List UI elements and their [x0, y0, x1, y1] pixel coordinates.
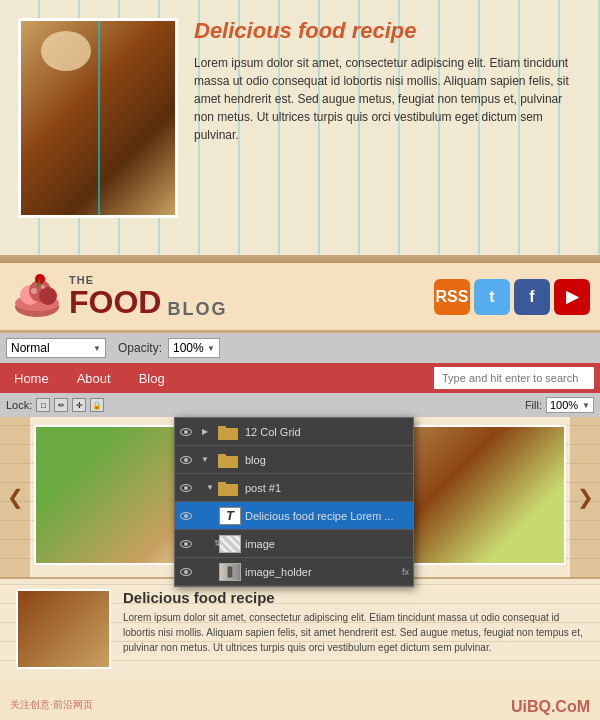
layer-name-image: image: [243, 538, 409, 550]
search-input[interactable]: [434, 367, 594, 389]
ps-blend-bar: Normal ▼ Opacity: 100% ▼: [0, 333, 600, 363]
layer-eye-post1[interactable]: [175, 484, 197, 492]
nav-home[interactable]: Home: [0, 363, 63, 393]
bottom-article-text: Delicious food recipe Lorem ipsum dolor …: [123, 589, 584, 669]
layer-post1[interactable]: ▼ post #1: [175, 474, 413, 502]
opacity-arrow-icon: ▼: [207, 344, 215, 353]
visibility-icon: [180, 512, 192, 520]
blend-mode-value: Normal: [11, 341, 50, 355]
fx-badge: fx: [402, 567, 409, 577]
recipe-section: Delicious food recipe Lorem ipsum dolor …: [0, 0, 600, 255]
nav-blog[interactable]: Blog: [125, 363, 179, 393]
layer-eye-text[interactable]: [175, 512, 197, 520]
recipe-body: Lorem ipsum dolor sit amet, consectetur …: [194, 54, 582, 144]
section-divider: [0, 255, 600, 263]
layer-eye-grid[interactable]: [175, 428, 197, 436]
layer-thumb-holder: [219, 563, 241, 581]
layer-thumb-blog: [215, 450, 241, 470]
layer-blog[interactable]: ▼ blog: [175, 446, 413, 474]
expand-icon[interactable]: ▶: [197, 427, 213, 436]
visibility-icon: [180, 428, 192, 436]
recipe-image: [18, 18, 178, 218]
layer-eye-image[interactable]: [175, 540, 197, 548]
svg-point-7: [31, 288, 37, 294]
twitter-icon[interactable]: t: [474, 279, 510, 315]
layer-name-holder: image_holder: [243, 566, 400, 578]
bottom-article-image: [16, 589, 111, 669]
bottom-article-title: Delicious food recipe: [123, 589, 584, 606]
recipe-text-area: Delicious food recipe Lorem ipsum dolor …: [194, 18, 582, 237]
layer-text[interactable]: T Delicious food recipe Lorem ...: [175, 502, 413, 530]
layer-thumb-image: [219, 535, 241, 553]
svg-point-4: [39, 287, 57, 305]
logo-bowl-icon: [10, 269, 65, 324]
svg-rect-10: [218, 426, 226, 430]
lock-label: Lock:: [6, 399, 32, 411]
visibility-icon: [180, 456, 192, 464]
bottom-article-body: Lorem ipsum dolor sit amet, consectetur …: [123, 610, 584, 655]
no-expand: ⇅: [197, 539, 217, 548]
watermark-right-text: UiBQ.CoM: [511, 698, 590, 716]
watermark: 关注创意·前沿网页 UiBQ.CoM: [0, 698, 600, 716]
layers-panel: ▶ 12 Col Grid ▼ blog: [174, 417, 414, 587]
layer-thumb-post1: [215, 478, 241, 498]
svg-point-8: [41, 285, 45, 289]
layer-name-text: Delicious food recipe Lorem ...: [243, 510, 409, 522]
logo-blog-label: BLOG: [167, 299, 227, 320]
recipe-title: Delicious food recipe: [194, 18, 582, 44]
facebook-icon[interactable]: f: [514, 279, 550, 315]
expand-icon[interactable]: ▼: [197, 483, 213, 492]
visibility-icon: [180, 484, 192, 492]
opacity-label: Opacity:: [118, 341, 162, 355]
nav-bar: Home About Blog: [0, 363, 600, 393]
layer-name-post1: post #1: [243, 482, 409, 494]
layer-name-grid: 12 Col Grid: [243, 426, 409, 438]
fill-label: Fill:: [525, 399, 542, 411]
fill-value: 100%: [550, 399, 578, 411]
layer-image[interactable]: ⇅ image: [175, 530, 413, 558]
expand-icon[interactable]: ▼: [197, 455, 213, 464]
fill-input[interactable]: 100% ▼: [546, 397, 594, 413]
svg-rect-14: [218, 482, 226, 486]
logo-food-label: FOOD: [69, 286, 161, 318]
blend-mode-select[interactable]: Normal ▼: [6, 338, 106, 358]
visibility-icon: [180, 540, 192, 548]
nav-about[interactable]: About: [63, 363, 125, 393]
opacity-input[interactable]: 100% ▼: [168, 338, 220, 358]
watermark-left-text: 关注创意·前沿网页: [10, 698, 93, 716]
lock-paint-icon[interactable]: ✏: [54, 398, 68, 412]
layer-thumb-grid: [215, 422, 241, 442]
carousel-prev-button[interactable]: ❮: [0, 417, 30, 577]
ps-lock-bar: Lock: □ ✏ ✛ 🔒 Fill: 100% ▼: [0, 393, 600, 417]
carousel-next-button[interactable]: ❯: [570, 417, 600, 577]
layer-holder[interactable]: image_holder fx: [175, 558, 413, 586]
bottom-article-section: Delicious food recipe Lorem ipsum dolor …: [0, 577, 600, 679]
blend-mode-arrow-icon: ▼: [93, 344, 101, 353]
layer-grid[interactable]: ▶ 12 Col Grid: [175, 418, 413, 446]
blog-header: THE FOOD BLOG RSS t f ▶: [0, 263, 600, 333]
blog-logo: THE FOOD BLOG: [10, 269, 227, 324]
lock-all-icon[interactable]: 🔒: [90, 398, 104, 412]
layer-eye-holder[interactable]: [175, 568, 197, 576]
fill-arrow-icon: ▼: [582, 401, 590, 410]
svg-rect-12: [218, 454, 226, 458]
lock-pixel-icon[interactable]: □: [36, 398, 50, 412]
youtube-icon[interactable]: ▶: [554, 279, 590, 315]
main-area: ▶ 12 Col Grid ▼ blog: [0, 417, 600, 577]
lock-position-icon[interactable]: ✛: [72, 398, 86, 412]
visibility-icon: [180, 568, 192, 576]
layer-thumb-text: T: [219, 507, 241, 525]
layer-name-blog: blog: [243, 454, 409, 466]
rss-icon[interactable]: RSS: [434, 279, 470, 315]
opacity-value: 100%: [173, 341, 204, 355]
social-icons-group: RSS t f ▶: [434, 279, 590, 315]
logo-text: THE FOOD: [69, 275, 161, 318]
layer-eye-blog[interactable]: [175, 456, 197, 464]
